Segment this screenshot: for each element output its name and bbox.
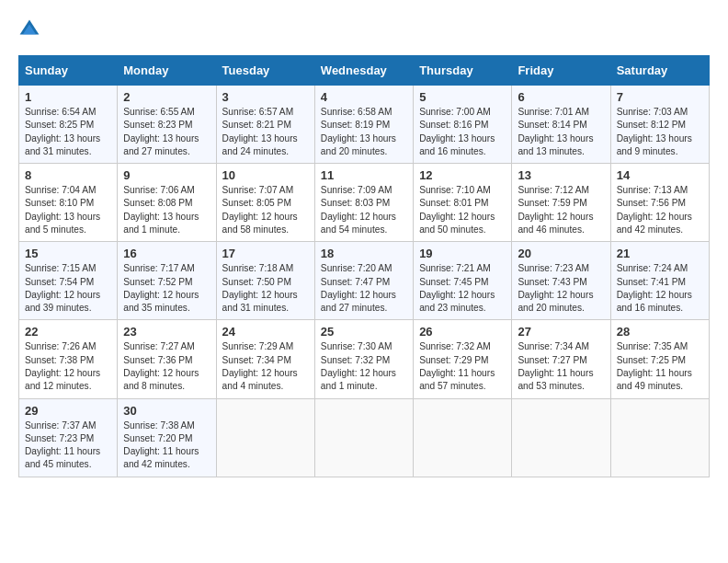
calendar-cell: 19Sunrise: 7:21 AMSunset: 7:45 PMDayligh…: [414, 242, 512, 320]
calendar-table: SundayMondayTuesdayWednesdayThursdayFrid…: [18, 55, 710, 477]
week-row-4: 22Sunrise: 7:26 AMSunset: 7:38 PMDayligh…: [19, 320, 710, 398]
header-thursday: Thursday: [414, 56, 512, 86]
header-friday: Friday: [512, 56, 610, 86]
header-sunday: Sunday: [19, 56, 118, 86]
cell-info: Sunrise: 7:06 AMSunset: 8:08 PMDaylight:…: [123, 185, 199, 235]
cell-info: Sunrise: 7:30 AMSunset: 7:32 PMDaylight:…: [321, 341, 396, 391]
calendar-cell: 24Sunrise: 7:29 AMSunset: 7:34 PMDayligh…: [216, 320, 314, 398]
day-number: 3: [222, 90, 309, 104]
calendar-cell: 20Sunrise: 7:23 AMSunset: 7:43 PMDayligh…: [512, 242, 610, 320]
day-number: 18: [321, 247, 407, 260]
calendar-cell: 26Sunrise: 7:32 AMSunset: 7:29 PMDayligh…: [414, 320, 512, 398]
calendar-cell: 22Sunrise: 7:26 AMSunset: 7:38 PMDayligh…: [19, 320, 118, 398]
calendar-cell: 2Sunrise: 6:55 AMSunset: 8:23 PMDaylight…: [118, 86, 216, 164]
cell-info: Sunrise: 7:26 AMSunset: 7:38 PMDaylight:…: [25, 341, 100, 391]
cell-info: Sunrise: 7:13 AMSunset: 7:56 PMDaylight:…: [617, 185, 692, 235]
calendar-cell: [216, 398, 314, 477]
day-number: 1: [25, 90, 111, 104]
calendar-cell: [314, 398, 413, 477]
calendar-cell: 29Sunrise: 7:37 AMSunset: 7:23 PMDayligh…: [19, 398, 118, 477]
day-number: 24: [222, 325, 309, 339]
day-number: 6: [518, 90, 604, 104]
cell-info: Sunrise: 7:09 AMSunset: 8:03 PMDaylight:…: [321, 185, 396, 235]
calendar-cell: 8Sunrise: 7:04 AMSunset: 8:10 PMDaylight…: [19, 164, 118, 242]
cell-info: Sunrise: 7:03 AMSunset: 8:12 PMDaylight:…: [617, 107, 692, 156]
cell-info: Sunrise: 7:01 AMSunset: 8:14 PMDaylight:…: [518, 107, 593, 156]
cell-info: Sunrise: 7:24 AMSunset: 7:41 PMDaylight:…: [617, 263, 692, 313]
cell-info: Sunrise: 7:35 AMSunset: 7:25 PMDaylight:…: [617, 341, 692, 391]
cell-info: Sunrise: 7:04 AMSunset: 8:10 PMDaylight:…: [25, 185, 100, 235]
week-row-1: 1Sunrise: 6:54 AMSunset: 8:25 PMDaylight…: [19, 86, 710, 164]
header-wednesday: Wednesday: [314, 56, 413, 86]
calendar-cell: 14Sunrise: 7:13 AMSunset: 7:56 PMDayligh…: [610, 164, 709, 242]
calendar-cell: 23Sunrise: 7:27 AMSunset: 7:36 PMDayligh…: [118, 320, 216, 398]
day-number: 4: [321, 90, 407, 104]
cell-info: Sunrise: 7:18 AMSunset: 7:50 PMDaylight:…: [222, 263, 298, 313]
calendar-cell: 17Sunrise: 7:18 AMSunset: 7:50 PMDayligh…: [216, 242, 314, 320]
calendar-cell: 16Sunrise: 7:17 AMSunset: 7:52 PMDayligh…: [118, 242, 216, 320]
day-number: 16: [123, 247, 210, 260]
day-number: 12: [419, 168, 506, 182]
calendar-cell: 1Sunrise: 6:54 AMSunset: 8:25 PMDaylight…: [19, 86, 118, 164]
cell-info: Sunrise: 7:21 AMSunset: 7:45 PMDaylight:…: [419, 263, 495, 313]
cell-info: Sunrise: 7:15 AMSunset: 7:54 PMDaylight:…: [25, 263, 100, 313]
day-number: 25: [321, 325, 407, 339]
calendar-cell: 18Sunrise: 7:20 AMSunset: 7:47 PMDayligh…: [314, 242, 413, 320]
day-number: 27: [518, 325, 604, 339]
week-row-3: 15Sunrise: 7:15 AMSunset: 7:54 PMDayligh…: [19, 242, 710, 320]
calendar-cell: 10Sunrise: 7:07 AMSunset: 8:05 PMDayligh…: [216, 164, 314, 242]
cell-info: Sunrise: 7:00 AMSunset: 8:16 PMDaylight:…: [419, 107, 495, 156]
day-number: 10: [222, 168, 309, 182]
day-number: 11: [321, 168, 407, 182]
calendar-cell: [512, 398, 610, 477]
day-number: 15: [25, 247, 111, 260]
cell-info: Sunrise: 7:07 AMSunset: 8:05 PMDaylight:…: [222, 185, 298, 235]
day-number: 29: [25, 404, 111, 418]
calendar-cell: 15Sunrise: 7:15 AMSunset: 7:54 PMDayligh…: [19, 242, 118, 320]
cell-info: Sunrise: 7:37 AMSunset: 7:23 PMDaylight:…: [25, 420, 100, 470]
cell-info: Sunrise: 7:23 AMSunset: 7:43 PMDaylight:…: [518, 263, 593, 313]
cell-info: Sunrise: 7:20 AMSunset: 7:47 PMDaylight:…: [321, 263, 396, 313]
cell-info: Sunrise: 7:29 AMSunset: 7:34 PMDaylight:…: [222, 341, 298, 391]
calendar-cell: 11Sunrise: 7:09 AMSunset: 8:03 PMDayligh…: [314, 164, 413, 242]
day-number: 7: [617, 90, 703, 104]
header-saturday: Saturday: [610, 56, 709, 86]
calendar-cell: 7Sunrise: 7:03 AMSunset: 8:12 PMDaylight…: [610, 86, 709, 164]
cell-info: Sunrise: 7:27 AMSunset: 7:36 PMDaylight:…: [123, 341, 199, 391]
header-tuesday: Tuesday: [216, 56, 314, 86]
day-number: 5: [419, 90, 506, 104]
calendar-cell: 13Sunrise: 7:12 AMSunset: 7:59 PMDayligh…: [512, 164, 610, 242]
logo-icon: [18, 18, 40, 40]
calendar-cell: 30Sunrise: 7:38 AMSunset: 7:20 PMDayligh…: [118, 398, 216, 477]
cell-info: Sunrise: 7:34 AMSunset: 7:27 PMDaylight:…: [518, 341, 593, 391]
day-number: 21: [617, 247, 703, 260]
header-monday: Monday: [118, 56, 216, 86]
cell-info: Sunrise: 6:54 AMSunset: 8:25 PMDaylight:…: [25, 107, 100, 156]
cell-info: Sunrise: 6:57 AMSunset: 8:21 PMDaylight:…: [222, 107, 298, 156]
calendar-cell: 6Sunrise: 7:01 AMSunset: 8:14 PMDaylight…: [512, 86, 610, 164]
day-number: 28: [617, 325, 703, 339]
day-number: 2: [123, 90, 210, 104]
calendar-cell: 3Sunrise: 6:57 AMSunset: 8:21 PMDaylight…: [216, 86, 314, 164]
calendar-cell: [414, 398, 512, 477]
calendar-cell: 9Sunrise: 7:06 AMSunset: 8:08 PMDaylight…: [118, 164, 216, 242]
day-number: 17: [222, 247, 309, 260]
logo: [18, 18, 44, 40]
day-number: 20: [518, 247, 604, 260]
cell-info: Sunrise: 7:10 AMSunset: 8:01 PMDaylight:…: [419, 185, 495, 235]
calendar-cell: 21Sunrise: 7:24 AMSunset: 7:41 PMDayligh…: [610, 242, 709, 320]
cell-info: Sunrise: 7:38 AMSunset: 7:20 PMDaylight:…: [123, 420, 199, 470]
week-row-2: 8Sunrise: 7:04 AMSunset: 8:10 PMDaylight…: [19, 164, 710, 242]
week-row-5: 29Sunrise: 7:37 AMSunset: 7:23 PMDayligh…: [19, 398, 710, 477]
day-number: 22: [25, 325, 111, 339]
cell-info: Sunrise: 6:58 AMSunset: 8:19 PMDaylight:…: [321, 107, 396, 156]
page-header: [18, 18, 710, 40]
calendar-cell: 12Sunrise: 7:10 AMSunset: 8:01 PMDayligh…: [414, 164, 512, 242]
calendar-cell: [610, 398, 709, 477]
cell-info: Sunrise: 7:12 AMSunset: 7:59 PMDaylight:…: [518, 185, 593, 235]
day-number: 19: [419, 247, 506, 260]
cell-info: Sunrise: 7:32 AMSunset: 7:29 PMDaylight:…: [419, 341, 495, 391]
day-number: 8: [25, 168, 111, 182]
day-number: 13: [518, 168, 604, 182]
calendar-cell: 27Sunrise: 7:34 AMSunset: 7:27 PMDayligh…: [512, 320, 610, 398]
